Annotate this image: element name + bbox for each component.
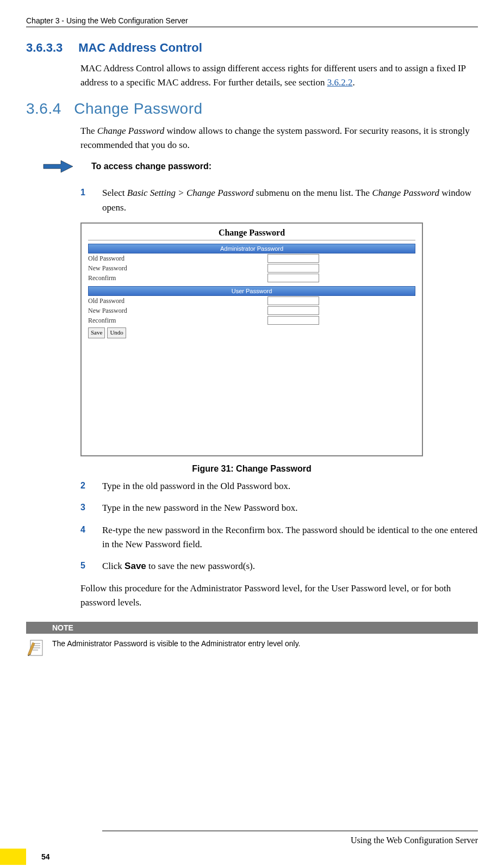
step-5: 5 Click Save to save the new password(s)… xyxy=(80,559,478,573)
screenshot-change-password: Change Password Administrator Password O… xyxy=(80,222,423,456)
page-tab xyxy=(0,849,26,865)
chapter-header: Chapter 3 - Using the Web Configuration … xyxy=(26,16,478,27)
note-icon xyxy=(26,637,47,658)
section-3-6-3-3-heading: 3.6.3.3 MAC Address Control xyxy=(26,41,478,55)
section-title: MAC Address Control xyxy=(78,41,202,54)
svg-marker-0 xyxy=(43,160,73,172)
step-2: 2 Type in the old password in the Old Pa… xyxy=(80,479,478,493)
crossref-link[interactable]: 3.6.2.2 xyxy=(327,77,353,88)
note-text: The Administrator Password is visible to… xyxy=(52,637,300,648)
step-3: 3 Type in the new password in the New Pa… xyxy=(80,501,478,515)
access-label: To access change password: xyxy=(91,162,211,171)
undo-button[interactable]: Undo xyxy=(107,327,126,338)
old-password-label: Old Password xyxy=(88,255,267,263)
screenshot-title: Change Password xyxy=(88,228,415,240)
admin-new-password-input[interactable] xyxy=(267,264,319,273)
section-3-6-4-heading: 3.6.4 Change Password xyxy=(26,100,478,117)
admin-reconfirm-input[interactable] xyxy=(267,274,319,282)
step-1: 1 Select Basic Setting > Change Password… xyxy=(80,186,478,215)
new-password-label: New Password xyxy=(88,307,267,315)
section-number: 3.6.4 xyxy=(26,100,70,117)
note-header: NOTE xyxy=(26,622,478,634)
user-old-password-input[interactable] xyxy=(267,296,319,305)
section-number: 3.6.3.3 xyxy=(26,41,75,55)
save-button[interactable]: Save xyxy=(88,327,105,338)
step-4: 4 Re-type the new password in the Reconf… xyxy=(80,523,478,552)
admin-old-password-input[interactable] xyxy=(267,254,319,263)
page-number: 54 xyxy=(41,852,50,861)
mac-address-body: MAC Address Control allows to assign dif… xyxy=(80,61,478,90)
followup-text: Follow this procedure for the Administra… xyxy=(80,582,478,610)
old-password-label: Old Password xyxy=(88,297,267,305)
user-reconfirm-input[interactable] xyxy=(267,316,319,325)
reconfirm-label: Reconfirm xyxy=(88,274,267,282)
arrow-icon xyxy=(42,159,74,174)
new-password-label: New Password xyxy=(88,264,267,273)
user-new-password-input[interactable] xyxy=(267,306,319,315)
admin-password-header: Administrator Password xyxy=(88,244,415,253)
user-password-header: User Password xyxy=(88,286,415,296)
change-password-intro: The Change Password window allows to cha… xyxy=(80,124,478,153)
figure-caption: Figure 31: Change Password xyxy=(80,464,423,474)
footer-title: Using the Web Configuration Server xyxy=(102,831,478,845)
section-title: Change Password xyxy=(74,100,202,117)
reconfirm-label: Reconfirm xyxy=(88,317,267,325)
